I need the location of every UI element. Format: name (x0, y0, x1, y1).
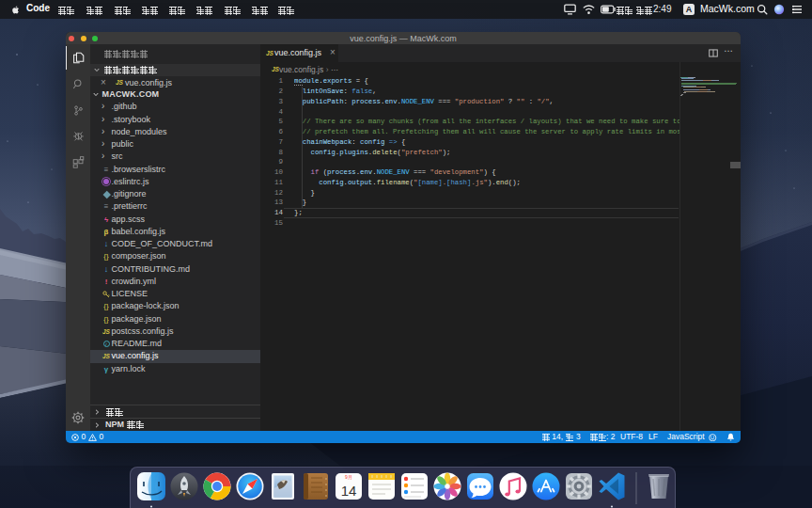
svg-text:9月: 9月 (345, 474, 352, 481)
svg-text:14: 14 (341, 483, 357, 499)
